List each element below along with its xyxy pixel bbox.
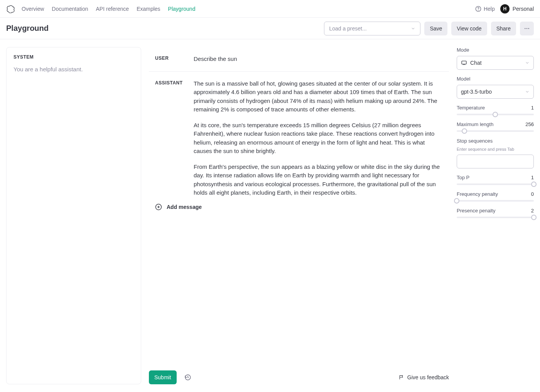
nav-item-playground[interactable]: Playground [168, 6, 196, 12]
submit-button[interactable]: Submit [149, 370, 177, 384]
main: SYSTEM You are a helpful assistant. USER… [0, 39, 540, 392]
slider-thumb[interactable] [531, 182, 537, 187]
settings-panel: Mode Chat Model gpt-3.5-turbo Temperatur… [457, 47, 534, 384]
chevron-down-icon [411, 26, 415, 31]
slider-thumb[interactable] [454, 198, 459, 204]
add-message-label: Add message [167, 204, 202, 210]
history-icon [184, 374, 191, 381]
temperature-value: 1 [531, 105, 534, 111]
message-content: Describe the sun [194, 55, 443, 64]
messages: USERDescribe the sunASSISTANTThe sun is … [149, 47, 449, 197]
message-role: ASSISTANT [155, 79, 186, 197]
system-content: You are a helpful assistant. [14, 66, 134, 72]
openai-logo-icon [6, 4, 15, 13]
help-link[interactable]: Help [475, 6, 495, 12]
freq-penalty-label: Frequency penalty [457, 191, 498, 197]
help-label: Help [484, 6, 495, 12]
message-row[interactable]: USERDescribe the sun [149, 47, 449, 72]
system-panel[interactable]: SYSTEM You are a helpful assistant. [6, 47, 141, 384]
chevron-down-icon [525, 89, 530, 94]
more-button[interactable] [520, 22, 534, 35]
top-p-value: 1 [531, 175, 534, 180]
avatar: H [500, 4, 510, 13]
slider-thumb[interactable] [493, 112, 498, 117]
svg-point-4 [528, 28, 529, 29]
message-role: USER [155, 55, 186, 64]
model-label: Model [457, 76, 534, 82]
top-p-label: Top P [457, 175, 469, 180]
preset-placeholder: Load a preset... [329, 25, 366, 32]
svg-rect-8 [462, 61, 466, 64]
presence-penalty-label: Presence penalty [457, 208, 495, 214]
feedback-link[interactable]: Give us feedback [399, 374, 449, 380]
top-nav: OverviewDocumentationAPI referenceExampl… [0, 0, 540, 18]
system-label: SYSTEM [14, 54, 134, 60]
freq-penalty-slider[interactable] [457, 200, 534, 202]
message-row[interactable]: ASSISTANTThe sun is a massive ball of ho… [149, 72, 449, 197]
model-dropdown[interactable]: gpt-3.5-turbo [457, 85, 534, 99]
slider-thumb[interactable] [462, 128, 467, 134]
mode-value: Chat [470, 60, 482, 66]
setting-freq-penalty: Frequency penalty 0 [457, 191, 534, 202]
setting-mode: Mode Chat [457, 47, 534, 70]
account-name: Personal [513, 6, 534, 12]
slider-thumb[interactable] [531, 215, 537, 220]
view-code-button[interactable]: View code [451, 22, 487, 35]
flag-icon [399, 375, 404, 380]
setting-temperature: Temperature 1 [457, 105, 534, 115]
nav-item-api-reference[interactable]: API reference [96, 6, 129, 12]
chat-icon [461, 60, 467, 66]
freq-penalty-value: 0 [531, 191, 534, 197]
presence-penalty-slider[interactable] [457, 217, 534, 218]
setting-model: Model gpt-3.5-turbo [457, 76, 534, 99]
model-value: gpt-3.5-turbo [461, 89, 492, 95]
temperature-label: Temperature [457, 105, 485, 111]
top-p-slider[interactable] [457, 183, 534, 185]
preset-select[interactable]: Load a preset... [324, 22, 420, 35]
nav-item-overview[interactable]: Overview [22, 6, 44, 12]
plus-circle-icon [155, 204, 162, 210]
max-length-value: 256 [525, 121, 534, 127]
stop-input[interactable] [457, 155, 534, 168]
setting-top-p: Top P 1 [457, 175, 534, 185]
share-button[interactable]: Share [491, 22, 516, 35]
add-message-button[interactable]: Add message [149, 197, 449, 217]
nav-items: OverviewDocumentationAPI referenceExampl… [22, 6, 195, 12]
chevron-down-icon [525, 61, 530, 65]
help-icon [475, 6, 481, 12]
stop-label: Stop sequences [457, 138, 534, 144]
chat-panel: USERDescribe the sunASSISTANTThe sun is … [149, 47, 449, 384]
message-content: The sun is a massive ball of hot, glowin… [194, 79, 443, 197]
mode-label: Mode [457, 47, 534, 53]
nav-item-documentation[interactable]: Documentation [52, 6, 88, 12]
save-button[interactable]: Save [424, 22, 447, 35]
setting-presence-penalty: Presence penalty 2 [457, 208, 534, 218]
setting-stop: Stop sequences Enter sequence and press … [457, 138, 534, 168]
max-length-label: Maximum length [457, 121, 493, 127]
chat-footer: Submit Give us feedback [149, 367, 449, 384]
svg-point-3 [526, 28, 527, 29]
svg-point-2 [525, 28, 525, 29]
setting-max-length: Maximum length 256 [457, 121, 534, 132]
presence-penalty-value: 2 [531, 208, 534, 214]
svg-point-1 [478, 10, 479, 10]
temperature-slider[interactable] [457, 114, 534, 115]
max-length-slider[interactable] [457, 130, 534, 132]
dots-horizontal-icon [524, 25, 530, 32]
subheader: Playground Load a preset... Save View co… [0, 18, 540, 39]
page-title: Playground [6, 24, 49, 33]
history-button[interactable] [182, 372, 194, 383]
account-menu[interactable]: H Personal [500, 4, 534, 13]
feedback-label: Give us feedback [407, 374, 449, 380]
stop-hint: Enter sequence and press Tab [457, 147, 534, 151]
nav-item-examples[interactable]: Examples [137, 6, 160, 12]
mode-dropdown[interactable]: Chat [457, 56, 534, 70]
